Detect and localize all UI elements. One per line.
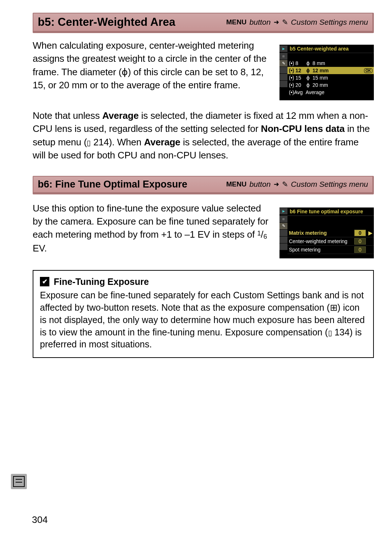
trail-csm-label: Custom Settings menu — [291, 18, 368, 27]
lcd-row-selected: (•) 12 ϕ 12 mm OK — [287, 67, 374, 74]
pencil-icon: ✎ — [282, 180, 288, 189]
lcd-row-selected: Matrix metering 0 ▶ — [287, 229, 374, 237]
lcd-row: (•) 8 ϕ 8 mm — [287, 60, 374, 67]
section-b6-header: b6: Fine Tune Optimal Exposure MENU butt… — [33, 176, 374, 194]
section-b5-title: b5: Center-Weighted Area — [38, 16, 175, 29]
page-number: 304 — [32, 514, 48, 525]
lcd-tab-icon — [279, 208, 287, 215]
chevron-right-icon: ▶ — [368, 230, 372, 236]
lcd-tab-icon — [279, 243, 287, 250]
lcd-row: Spot metering 0 — [287, 246, 374, 254]
pencil-icon: ✎ — [282, 18, 288, 27]
info-box-title: Fine-Tuning Exposure — [54, 276, 149, 288]
lcd-tab-icon — [279, 53, 287, 60]
lcd-b5-title: b5 Center-weighted area — [287, 45, 374, 53]
arrow-icon: ➜ — [274, 18, 279, 26]
book-icon: ▯ — [328, 329, 332, 337]
trail-button-label: button — [249, 180, 270, 189]
lcd-tab-pencil-icon — [279, 223, 287, 230]
lcd-tab-pencil-icon — [279, 60, 287, 67]
lcd-row: (•) 20 ϕ 20 mm — [287, 81, 374, 89]
section-b6-title: b6: Fine Tune Optimal Exposure — [38, 179, 187, 190]
trail-menu-label: MENU — [226, 18, 246, 26]
lcd-b6-list: Matrix metering 0 ▶ Center-weighted mete… — [287, 216, 374, 254]
lcd-row: (•) 15 ϕ 15 mm — [287, 74, 374, 81]
arrow-icon: ➜ — [274, 180, 279, 188]
lcd-tab-icon — [279, 237, 287, 243]
lcd-tab-icon — [279, 81, 287, 88]
section-b5-header: b5: Center-Weighted Area MENU button ➜ ✎… — [33, 13, 374, 33]
trail-button-label: button — [249, 18, 270, 27]
ok-icon: OK — [364, 68, 372, 73]
lcd-row: (•)Avg Average — [287, 89, 374, 96]
lcd-tab-icon — [279, 216, 287, 223]
page-tab-icon — [11, 474, 27, 489]
lcd-b5-list: (•) 8 ϕ 8 mm (•) 12 ϕ 12 mm OK (•) 15 ϕ … — [287, 53, 374, 96]
trail-menu-label: MENU — [226, 180, 246, 188]
section-b6-trail: MENU button ➜ ✎ Custom Settings menu — [226, 180, 368, 189]
section-b5-trail: MENU button ➜ ✎ Custom Settings menu — [226, 18, 368, 27]
b5-paragraph-2: Note that unless Average is selected, th… — [33, 109, 374, 162]
lcd-tab-icon — [279, 230, 287, 237]
info-box-fine-tuning: ✔ Fine-Tuning Exposure Exposure can be f… — [33, 270, 374, 358]
lcd-row: Center-weighted metering 0 — [287, 237, 374, 246]
lcd-tab-icon — [279, 45, 287, 52]
lcd-tab-icon — [279, 67, 287, 74]
lcd-b5: b5 Center-weighted area (•) 8 ϕ 8 mm — [279, 45, 374, 100]
b5-content-wrap: b5 Center-weighted area (•) 8 ϕ 8 mm — [33, 39, 374, 162]
check-icon: ✔ — [40, 277, 49, 286]
b6-content-wrap: b6 Fine tune optimal exposure Matrix met… — [33, 202, 374, 261]
lcd-b6-title: b6 Fine tune optimal exposure — [287, 207, 374, 215]
lcd-b6: b6 Fine tune optimal exposure Matrix met… — [279, 207, 374, 258]
exposure-comp-icon: ⊞ — [330, 302, 338, 313]
trail-csm-label: Custom Settings menu — [291, 180, 368, 189]
lcd-tab-icon — [279, 74, 287, 81]
book-icon: ▯ — [87, 139, 91, 147]
